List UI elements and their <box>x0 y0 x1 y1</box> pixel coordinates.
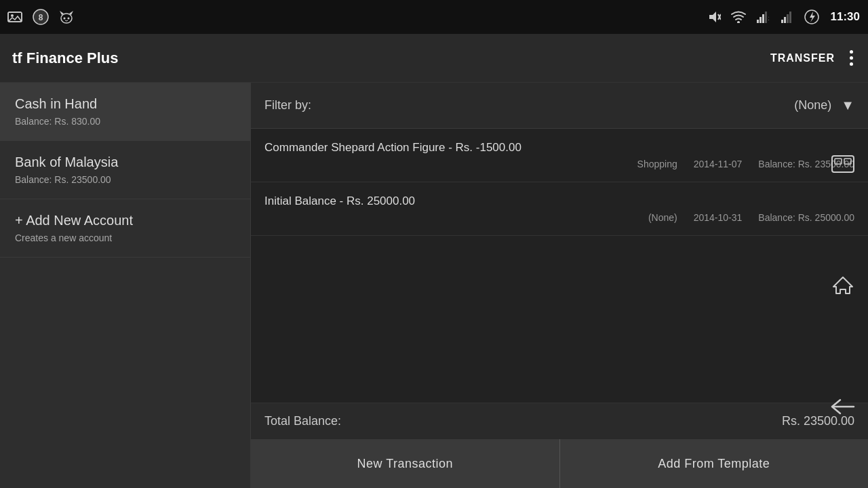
svg-rect-22 <box>789 12 791 23</box>
notification-badge-icon: 8 <box>31 7 50 26</box>
account-balance-cash: Balance: Rs. 830.00 <box>15 116 235 127</box>
home-button[interactable] <box>826 268 860 302</box>
svg-rect-16 <box>762 14 764 23</box>
main-panel: Filter by: (None) ▼ Commander Shepard Ac… <box>251 83 868 488</box>
svg-text:2: 2 <box>768 15 769 22</box>
total-balance-label: Total Balance: <box>264 414 341 428</box>
status-bar: 8 <box>0 0 868 34</box>
transaction-date-2: 2014-10-31 <box>694 212 743 223</box>
gallery-icon <box>5 7 24 26</box>
account-item-bank[interactable]: Bank of Malaysia Balance: Rs. 23500.00 <box>0 141 250 199</box>
svg-marker-24 <box>810 12 815 22</box>
transaction-bottom-1: Shopping 2014-11-07 Balance: Rs. 23500.0… <box>264 159 854 169</box>
more-options-button[interactable] <box>847 47 856 68</box>
svg-rect-26 <box>835 159 842 164</box>
transaction-date-1: 2014-11-07 <box>694 159 743 169</box>
svg-marker-28 <box>833 277 852 293</box>
svg-rect-19 <box>781 20 783 23</box>
cat-icon <box>57 7 76 26</box>
back-button[interactable] <box>826 390 860 424</box>
add-account-item[interactable]: + Add New Account Creates a new account <box>0 199 250 258</box>
transaction-name-1: Commander Shepard Action Figure - Rs. -1… <box>264 141 521 155</box>
transaction-name-2: Initial Balance - Rs. 25000.00 <box>264 195 415 208</box>
status-time: 11:30 <box>831 10 860 24</box>
svg-marker-10 <box>709 12 716 22</box>
table-row[interactable]: Initial Balance - Rs. 25000.00 (None) 20… <box>251 182 868 236</box>
svg-point-2 <box>11 14 14 17</box>
account-name-bank: Bank of Malaysia <box>15 155 235 170</box>
recents-button[interactable] <box>826 147 860 181</box>
sidebar: Cash in Hand Balance: Rs. 830.00 Bank of… <box>0 83 251 488</box>
filter-label: Filter by: <box>264 98 311 113</box>
transaction-category-2: (None) <box>648 212 677 223</box>
account-balance-bank: Balance: Rs. 23500.00 <box>15 174 235 185</box>
app-bar-actions: TRANSFER <box>770 47 856 68</box>
nav-bar <box>817 83 868 488</box>
transaction-top-2: Initial Balance - Rs. 25000.00 <box>264 195 854 208</box>
transaction-category-1: Shopping <box>637 159 677 169</box>
transactions-list: Commander Shepard Action Figure - Rs. -1… <box>251 129 868 403</box>
bottom-buttons: New Transaction Add From Template <box>251 439 868 488</box>
wifi-icon <box>729 7 748 26</box>
transfer-label: TRANSFER <box>770 52 835 64</box>
svg-point-13 <box>737 21 740 23</box>
account-item-cash[interactable]: Cash in Hand Balance: Rs. 830.00 <box>0 83 250 141</box>
account-name-cash: Cash in Hand <box>15 96 235 112</box>
svg-point-5 <box>61 14 72 23</box>
signal1-icon: 2 <box>753 7 772 26</box>
app-title: tf Finance Plus <box>12 49 118 67</box>
svg-rect-21 <box>787 14 789 23</box>
table-row[interactable]: Commander Shepard Action Figure - Rs. -1… <box>251 129 868 182</box>
total-balance-bar: Total Balance: Rs. 23500.00 <box>251 403 868 439</box>
status-bar-right: 2 11:30 <box>705 7 860 26</box>
svg-rect-27 <box>844 159 851 164</box>
transaction-bottom-2: (None) 2014-10-31 Balance: Rs. 25000.00 <box>264 212 854 223</box>
mute-icon <box>705 7 724 26</box>
transaction-top-1: Commander Shepard Action Figure - Rs. -1… <box>264 141 854 155</box>
svg-rect-17 <box>765 12 767 23</box>
svg-rect-20 <box>784 17 786 23</box>
svg-text:8: 8 <box>39 13 43 22</box>
add-account-subtitle: Creates a new account <box>15 232 235 243</box>
add-account-title: + Add New Account <box>15 213 235 228</box>
main-content: Cash in Hand Balance: Rs. 830.00 Bank of… <box>0 83 868 488</box>
status-bar-left: 8 <box>5 7 76 26</box>
filter-bar[interactable]: Filter by: (None) ▼ <box>251 83 868 129</box>
battery-icon <box>802 7 821 26</box>
signal2-icon <box>778 7 797 26</box>
new-transaction-button[interactable]: New Transaction <box>251 439 560 488</box>
svg-point-8 <box>64 18 66 20</box>
app-bar: tf Finance Plus TRANSFER <box>0 34 868 83</box>
svg-rect-15 <box>760 17 762 23</box>
svg-point-9 <box>68 18 70 20</box>
svg-rect-14 <box>757 20 759 23</box>
